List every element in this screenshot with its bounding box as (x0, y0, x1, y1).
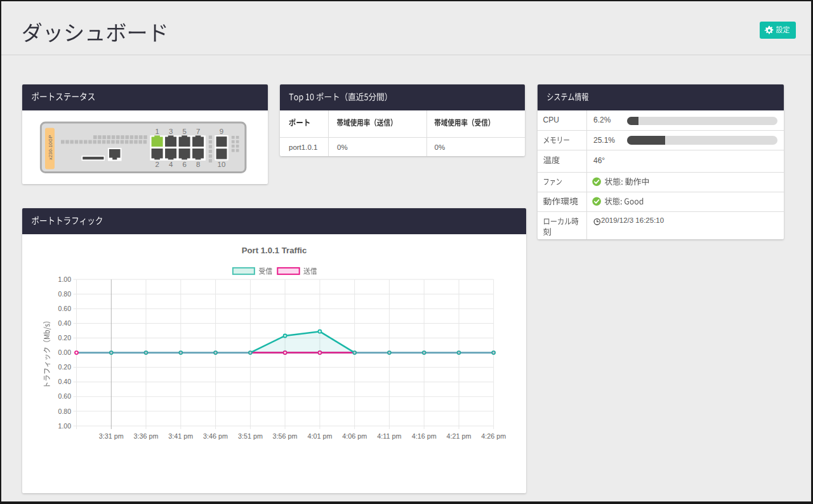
svg-text:1.00: 1.00 (58, 422, 72, 430)
svg-text:1: 1 (155, 128, 159, 135)
svg-text:0.80: 0.80 (58, 408, 72, 415)
svg-text:3:51 pm: 3:51 pm (238, 432, 263, 440)
svg-text:3:31 pm: 3:31 pm (99, 432, 124, 440)
svg-text:x230-10GP: x230-10GP (48, 135, 53, 160)
svg-text:0.20: 0.20 (58, 334, 72, 342)
svg-text:3:36 pm: 3:36 pm (133, 432, 158, 440)
svg-text:3: 3 (169, 128, 173, 135)
svg-text:0.20: 0.20 (58, 363, 72, 371)
svg-text:8: 8 (196, 161, 200, 168)
svg-text:3:56 pm: 3:56 pm (273, 432, 298, 440)
svg-text:7: 7 (196, 128, 200, 135)
svg-text:4:06 pm: 4:06 pm (342, 432, 367, 440)
svg-text:4: 4 (169, 161, 173, 168)
svg-text:2: 2 (155, 161, 159, 168)
svg-text:1.00: 1.00 (58, 275, 72, 283)
svg-text:10: 10 (218, 161, 226, 168)
svg-text:3:46 pm: 3:46 pm (203, 432, 228, 440)
svg-text:4:01 pm: 4:01 pm (307, 432, 332, 440)
svg-text:0.60: 0.60 (58, 305, 72, 312)
svg-text:4:16 pm: 4:16 pm (412, 432, 437, 440)
svg-text:Port 1.0.1 Traffic: Port 1.0.1 Traffic (242, 246, 307, 255)
svg-text:0.40: 0.40 (58, 319, 72, 327)
svg-text:0.80: 0.80 (58, 290, 72, 298)
svg-text:0.40: 0.40 (58, 378, 72, 385)
svg-text:6: 6 (182, 161, 186, 168)
svg-text:4:21 pm: 4:21 pm (446, 432, 471, 440)
svg-text:9: 9 (220, 128, 223, 135)
svg-text:4:11 pm: 4:11 pm (377, 432, 401, 440)
svg-text:5: 5 (182, 128, 186, 135)
svg-text:0.60: 0.60 (58, 392, 72, 400)
svg-text:4:26 pm: 4:26 pm (481, 432, 506, 440)
svg-text:0.00: 0.00 (58, 348, 72, 356)
svg-text:3:41 pm: 3:41 pm (168, 432, 193, 440)
